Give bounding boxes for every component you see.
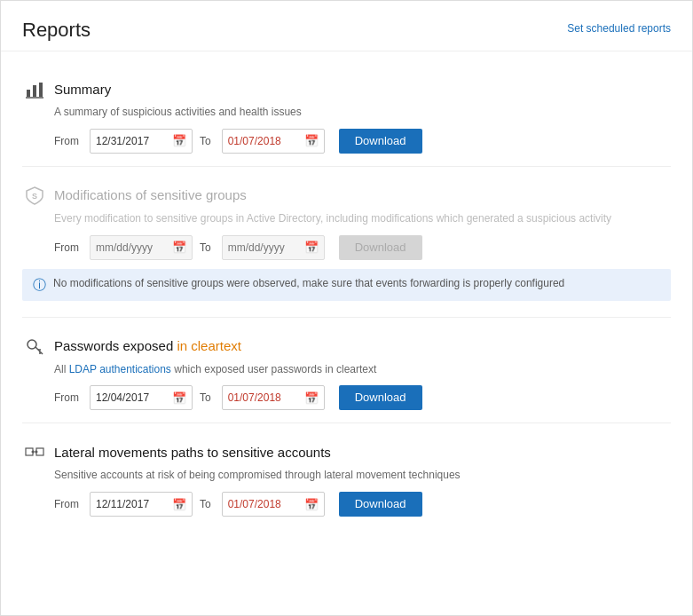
passwords-to-input[interactable] (228, 391, 301, 404)
svg-rect-1 (33, 85, 36, 97)
sensitive-groups-to-date-wrap: 📅 (222, 235, 325, 260)
passwords-controls: From 📅 To 📅 Download (54, 385, 671, 410)
sensitive-groups-from-date-wrap: 📅 (90, 235, 193, 260)
passwords-download-button[interactable]: Download (339, 385, 422, 410)
summary-from-calendar-icon[interactable]: 📅 (172, 134, 186, 147)
passwords-to-calendar-icon[interactable]: 📅 (304, 391, 319, 405)
passwords-title-highlight: in cleartext (177, 338, 241, 353)
page-header: Reports Set scheduled reports (1, 1, 692, 51)
sensitive-groups-from-calendar-icon: 📅 (172, 241, 186, 254)
report-header-summary: Summary (22, 76, 671, 101)
summary-description: A summary of suspicious activities and h… (54, 105, 671, 120)
sensitive-groups-to-calendar-icon: 📅 (304, 241, 319, 254)
svg-line-6 (35, 347, 43, 354)
passwords-from-date-wrap: 📅 (90, 385, 193, 410)
sensitive-groups-description: Every modification to sensitive groups i… (54, 211, 671, 226)
summary-to-calendar-icon[interactable]: 📅 (304, 134, 319, 147)
lateral-description: Sensitive accounts at risk of being comp… (54, 468, 671, 483)
summary-from-label: From (54, 135, 79, 147)
page-container: Reports Set scheduled reports Summary A … (0, 0, 693, 616)
sensitive-groups-controls: From 📅 To 📅 Download (54, 235, 671, 260)
summary-download-button[interactable]: Download (339, 129, 422, 154)
sensitive-groups-info-text: No modifications of sensitive groups wer… (53, 276, 564, 291)
report-header-lateral: Lateral movements paths to sensitive acc… (22, 439, 671, 464)
shield-s-icon: S (22, 183, 47, 208)
summary-from-date-wrap: 📅 (90, 129, 193, 154)
sensitive-groups-title: Modifications of sensitive groups (54, 187, 247, 202)
passwords-description: All LDAP authentications which exposed u… (54, 362, 671, 377)
lateral-controls: From 📅 To 📅 Download (54, 492, 671, 517)
sensitive-groups-to-input[interactable] (228, 241, 301, 254)
report-section-sensitive-groups: S Modifications of sensitive groups Ever… (22, 167, 671, 318)
lateral-from-date-wrap: 📅 (90, 492, 193, 517)
passwords-to-label: To (200, 391, 211, 404)
lateral-download-button[interactable]: Download (339, 492, 422, 517)
report-header-sensitive-groups: S Modifications of sensitive groups (22, 183, 671, 208)
summary-controls: From 📅 To 📅 Download (54, 129, 671, 154)
passwords-from-label: From (54, 391, 79, 404)
set-scheduled-reports-link[interactable]: Set scheduled reports (567, 19, 671, 35)
summary-to-date-wrap: 📅 (222, 129, 325, 154)
lateral-to-input[interactable] (228, 498, 301, 510)
summary-from-input[interactable] (96, 135, 169, 147)
report-header-passwords: Passwords exposed in cleartext (22, 334, 671, 359)
svg-rect-2 (39, 83, 43, 97)
passwords-title: Passwords exposed in cleartext (54, 338, 241, 353)
passwords-to-date-wrap: 📅 (222, 385, 325, 410)
report-section-passwords: Passwords exposed in cleartext All LDAP … (22, 318, 671, 424)
info-icon: ⓘ (33, 277, 46, 294)
sensitive-groups-from-label: From (54, 241, 79, 254)
key-icon (22, 334, 47, 359)
sensitive-groups-info-bar: ⓘ No modifications of sensitive groups w… (22, 269, 671, 301)
sensitive-groups-download-button: Download (339, 235, 422, 260)
lateral-title: Lateral movements paths to sensitive acc… (54, 445, 331, 460)
lateral-from-input[interactable] (96, 498, 169, 510)
summary-title: Summary (54, 82, 111, 97)
lateral-from-label: From (54, 498, 79, 510)
lateral-to-calendar-icon[interactable]: 📅 (304, 498, 319, 511)
lateral-from-calendar-icon[interactable]: 📅 (172, 498, 186, 511)
svg-rect-0 (27, 90, 30, 97)
reports-body: Summary A summary of suspicious activiti… (1, 51, 692, 547)
sensitive-groups-from-input[interactable] (96, 241, 169, 254)
passwords-desc-highlight: LDAP authentications (69, 363, 171, 375)
passwords-from-calendar-icon[interactable]: 📅 (172, 391, 186, 405)
lateral-to-label: To (200, 498, 211, 510)
svg-text:S: S (32, 192, 37, 201)
bar-chart-icon (22, 76, 47, 101)
summary-to-input[interactable] (228, 135, 301, 147)
summary-to-label: To (200, 135, 211, 147)
passwords-from-input[interactable] (96, 391, 169, 404)
report-section-summary: Summary A summary of suspicious activiti… (22, 60, 671, 167)
report-section-lateral: Lateral movements paths to sensitive acc… (22, 423, 671, 529)
sensitive-groups-to-label: To (200, 241, 211, 254)
arrows-icon (22, 439, 47, 464)
page-title: Reports (22, 19, 91, 42)
lateral-to-date-wrap: 📅 (222, 492, 325, 517)
